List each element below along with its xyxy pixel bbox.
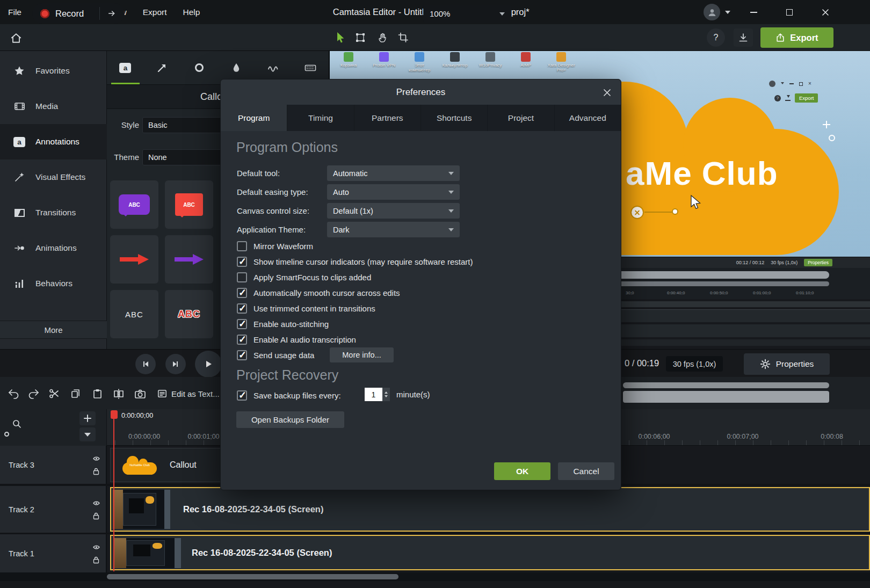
cursor-tool-button[interactable] <box>330 28 350 47</box>
default-tool-select[interactable]: Automatic <box>327 165 460 181</box>
dialog-title-bar[interactable]: Preferences <box>221 79 621 105</box>
sidebar-item-annotations[interactable]: Annotations <box>0 124 107 159</box>
account-caret-icon[interactable] <box>725 11 730 17</box>
checkbox-icon[interactable] <box>237 303 247 314</box>
transform-tool-button[interactable] <box>351 28 370 47</box>
checkbox-icon[interactable] <box>237 288 247 298</box>
redo-button[interactable] <box>27 387 41 401</box>
canvas-control-size-select[interactable]: Default (1x) <box>327 203 460 219</box>
tab-arrows[interactable] <box>144 51 181 84</box>
sidebar-item-favorites[interactable]: Favorites <box>0 53 107 89</box>
backup-interval-input[interactable] <box>365 388 382 401</box>
checkbox-icon[interactable] <box>237 350 247 360</box>
snapshot-button[interactable] <box>133 387 147 401</box>
record-button[interactable]: Record <box>32 3 125 24</box>
callout-tile-red-arrow[interactable] <box>110 235 158 284</box>
tab-callouts[interactable] <box>107 51 144 84</box>
track-2-header[interactable]: Track 2 <box>0 486 107 533</box>
cut-button[interactable] <box>47 387 61 401</box>
add-track-button[interactable] <box>79 411 96 425</box>
checkbox-trimmed-content[interactable]: Use trimmed content in transitions <box>237 302 375 315</box>
callout-tile-purple-bubble[interactable]: ABC <box>110 180 158 229</box>
tab-project[interactable]: Project <box>488 105 554 131</box>
annotation-endpoint-handle[interactable] <box>630 206 644 219</box>
checkbox-icon[interactable] <box>237 390 247 401</box>
timeline-zoom-icon[interactable] <box>12 419 23 430</box>
down-arrow-icon[interactable] <box>385 395 388 399</box>
more-info-button[interactable]: More info... <box>330 347 394 362</box>
account-avatar[interactable] <box>704 4 720 20</box>
eye-icon[interactable] <box>92 499 100 507</box>
callout-tile-text-outlined[interactable]: ABC <box>165 290 213 338</box>
track-1-header[interactable]: Track 1 <box>0 534 107 572</box>
tab-timing[interactable]: Timing <box>287 105 354 131</box>
properties-button[interactable]: Properties <box>744 353 830 375</box>
export-button[interactable]: Export <box>760 27 833 48</box>
undo-button[interactable] <box>6 387 20 401</box>
track-3-header[interactable]: Track 3 <box>0 446 107 484</box>
checkbox-smooth-cursor[interactable]: Automatically smooth cursor across edits <box>237 286 400 299</box>
callout-tile-red-bubble[interactable]: ABC <box>165 180 213 229</box>
copy-button[interactable] <box>69 387 83 401</box>
checkbox-save-backup[interactable]: Save backup files every: <box>237 389 341 402</box>
edit-as-text-button[interactable]: Edit as Text... <box>157 387 220 401</box>
tab-program[interactable]: Program <box>221 105 287 131</box>
sidebar-item-media[interactable]: Media <box>0 89 107 124</box>
crop-tool-button[interactable] <box>394 28 413 47</box>
checkbox-send-usage-data[interactable]: Send usage data <box>237 349 314 361</box>
screen-recording-clip-track1[interactable]: Rec 16-08-2025-22-34-05 (Screen) <box>110 535 870 570</box>
record-options-button[interactable] <box>100 9 125 18</box>
minimize-button[interactable] <box>740 0 767 24</box>
checkbox-icon[interactable] <box>237 335 247 345</box>
eye-icon[interactable] <box>92 543 100 551</box>
sidebar-more-button[interactable]: More <box>0 321 107 339</box>
home-button[interactable] <box>8 30 25 47</box>
default-easing-select[interactable]: Auto <box>327 184 460 200</box>
application-theme-select[interactable]: Dark <box>327 222 460 237</box>
checkbox-ai-transcription[interactable]: Enable AI audio transcription <box>237 333 356 346</box>
next-frame-button[interactable] <box>165 354 186 374</box>
tab-advanced[interactable]: Advanced <box>555 105 621 131</box>
scrollbar-thumb[interactable] <box>107 574 398 579</box>
checkbox-auto-stitching[interactable]: Enable auto-stitching <box>237 317 329 330</box>
split-button[interactable] <box>112 387 126 401</box>
ok-button[interactable]: OK <box>494 462 550 480</box>
menu-file[interactable]: File <box>0 0 30 24</box>
checkbox-timeline-cursor-indicators[interactable]: Show timeline cursor indicators (may req… <box>237 255 473 268</box>
maximize-button[interactable] <box>776 0 803 24</box>
help-button[interactable]: ? <box>707 28 725 47</box>
checkbox-icon[interactable] <box>237 319 247 329</box>
menu-help[interactable]: Help <box>175 0 208 24</box>
lock-icon[interactable] <box>92 512 100 520</box>
timeline-horizontal-scrollbar[interactable] <box>0 572 870 581</box>
pan-tool-button[interactable] <box>373 28 393 47</box>
timeline-marker-icon[interactable] <box>4 432 9 437</box>
lock-icon[interactable] <box>92 556 100 564</box>
annotation-endpoint-dot[interactable] <box>672 208 678 215</box>
close-button[interactable] <box>812 0 839 24</box>
sidebar-item-behaviors[interactable]: Behaviors <box>0 266 107 301</box>
previous-frame-button[interactable] <box>135 354 156 374</box>
checkbox-mirror-waveform[interactable]: Mirror Waveform <box>237 239 313 252</box>
callout-tile-purple-arrow[interactable] <box>165 235 213 284</box>
lock-icon[interactable] <box>92 467 100 475</box>
menu-export[interactable]: Export <box>135 0 175 24</box>
cancel-button[interactable]: Cancel <box>558 462 614 480</box>
collapse-tracks-button[interactable] <box>79 427 96 441</box>
checkbox-smartfocus[interactable]: Apply SmartFocus to clips added <box>237 271 371 284</box>
sidebar-item-animations[interactable]: Animations <box>0 230 107 266</box>
callout-tile-text[interactable]: ABC <box>110 290 158 338</box>
tab-shapes[interactable] <box>181 51 218 84</box>
paste-button[interactable] <box>90 387 104 401</box>
play-button[interactable] <box>195 351 222 378</box>
screen-recording-clip-track2[interactable]: Rec 16-08-2025-22-34-05 (Screen) <box>110 487 870 532</box>
checkbox-icon[interactable] <box>237 257 247 267</box>
dialog-close-button[interactable] <box>600 86 613 99</box>
open-backups-folder-button[interactable]: Open Backups Folder <box>236 411 344 428</box>
checkbox-icon[interactable] <box>237 241 247 251</box>
eye-icon[interactable] <box>92 455 100 462</box>
sidebar-item-transitions[interactable]: Transitions <box>0 195 107 230</box>
stepper-arrows[interactable] <box>382 388 390 401</box>
checkbox-icon[interactable] <box>237 272 247 282</box>
tab-shortcuts[interactable]: Shortcuts <box>421 105 488 131</box>
